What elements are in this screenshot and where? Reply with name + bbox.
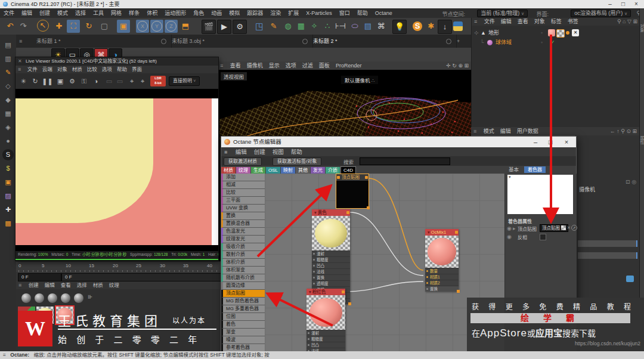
scale-tool-icon[interactable] — [67, 20, 80, 33]
table-icon[interactable] — [361, 20, 374, 33]
lv-sphere-icon[interactable] — [91, 76, 101, 86]
menu-item[interactable]: 角色 — [190, 8, 208, 18]
lv-close-icon[interactable] — [16, 57, 24, 66]
status-menu-icon[interactable] — [0, 351, 9, 359]
orange-box-icon[interactable] — [2, 177, 14, 188]
attr-menu-item[interactable]: 模式 — [481, 127, 497, 135]
lv-menu-item[interactable]: 比较 — [85, 66, 100, 73]
port[interactable]: 凹凸 — [312, 262, 350, 268]
lv-focus-icon[interactable] — [137, 76, 148, 86]
lv-refresh-icon[interactable] — [18, 76, 29, 86]
node-resize-handle[interactable] — [457, 290, 460, 293]
get-active-tag-button[interactable]: 获取激活标签/对象 — [273, 157, 321, 166]
node-output-port[interactable] — [455, 231, 458, 234]
list-item-vertex-map[interactable]: 顶点贴图 — [221, 290, 265, 298]
menu-item[interactable]: 选择 — [72, 8, 89, 18]
menu-item[interactable]: 体积 — [143, 8, 161, 18]
tab-other[interactable]: 其他 — [296, 167, 310, 174]
attr-menu-icon[interactable] — [471, 127, 479, 135]
vp-menu-item[interactable]: 面板 — [316, 61, 333, 70]
material-preset-icon[interactable] — [74, 293, 83, 303]
port[interactable]: 漫射 — [312, 250, 350, 256]
mm-menu-icon[interactable] — [16, 281, 24, 289]
node-space-select[interactable]: 当前 (标准/物理) ∨ — [477, 10, 528, 17]
node-output-port[interactable] — [346, 211, 349, 214]
menu-item[interactable]: 运动图形 — [161, 8, 190, 18]
list-item[interactable]: 散射介质 — [221, 251, 265, 259]
ne-menu-icon[interactable] — [221, 148, 230, 157]
render-icon[interactable] — [217, 20, 231, 34]
last-tool-icon[interactable] — [98, 20, 111, 33]
minimize-button[interactable]: – — [605, 0, 615, 8]
vp-menu-item[interactable]: 显示 — [266, 61, 283, 70]
anim-dot-icon[interactable]: ◉ — [507, 234, 512, 240]
node-output-port[interactable] — [365, 176, 368, 179]
capsule-icon[interactable] — [348, 20, 361, 33]
menu-item[interactable]: 动画 — [208, 8, 225, 18]
tab-c4d[interactable]: C4D — [340, 166, 356, 174]
vp-menu-item[interactable]: 选项 — [283, 61, 299, 70]
vertex-map-tag[interactable] — [556, 29, 565, 38]
live-viewer-window[interactable]: Live Viewer Studio 2020.1 [C4D中文站独家汉化] (… — [15, 57, 219, 261]
list-item[interactable]: 噪波 — [221, 336, 265, 344]
port[interactable]: 凹凸 — [306, 342, 345, 348]
material-preset-icon[interactable] — [61, 293, 70, 303]
ldr-badge[interactable]: LDR8-bit — [150, 76, 166, 86]
ne-minimize-button[interactable]: – — [530, 137, 541, 147]
port[interactable]: 透明度 — [312, 280, 350, 286]
tab-generate[interactable]: 生成 — [251, 167, 265, 174]
pen-tool-icon[interactable] — [267, 20, 280, 33]
vertex-map-link-field[interactable]: 顶点贴图 — [540, 224, 568, 232]
om-menu-item[interactable]: 书签 — [565, 18, 581, 26]
ne-menu-item[interactable]: 帮助 — [287, 147, 306, 156]
menu-item[interactable]: 模拟 — [225, 8, 243, 18]
texture-mode-icon[interactable] — [2, 135, 14, 147]
tab-medium[interactable]: 介质 — [326, 167, 340, 174]
port-material1[interactable]: 材质1 — [425, 274, 459, 280]
menu-item[interactable]: 跟踪器 — [243, 8, 267, 18]
list-item[interactable]: 着色 — [221, 321, 265, 329]
mode-icon[interactable] — [2, 53, 14, 64]
list-item[interactable]: 体积介质 — [221, 259, 265, 267]
invert-checkbox[interactable] — [540, 234, 546, 240]
node-mix-material[interactable]: ▾ OcMix1 数量 材质1 材质2 置换 — [425, 229, 459, 292]
lv-menu-item[interactable]: 材质 — [70, 66, 85, 73]
material-tag-pink[interactable] — [548, 29, 555, 36]
camera-icon[interactable] — [374, 20, 388, 33]
lv-menu-item[interactable]: 界面 — [129, 66, 144, 73]
material-preset-icon[interactable] — [21, 293, 31, 303]
lv-menu-icon[interactable] — [16, 66, 23, 73]
y-axis-lock-icon[interactable]: Y — [150, 20, 163, 33]
shader-preview[interactable]: ▾ — [507, 175, 573, 214]
lv-menu-item[interactable]: 文件 — [25, 66, 40, 73]
x-tag[interactable]: ✕ — [572, 29, 579, 36]
list-item[interactable]: 体积渐变 — [221, 267, 265, 274]
z-axis-lock-icon[interactable]: Z — [165, 20, 178, 33]
mm-menu-item[interactable]: 编辑 — [42, 281, 58, 289]
tab-material[interactable]: 材质 — [221, 167, 236, 174]
menu-item[interactable]: 工具 — [89, 8, 107, 18]
lv-lock-icon[interactable] — [79, 76, 89, 86]
lv-crop-icon[interactable] — [104, 76, 114, 86]
viewport-nav-icons[interactable] — [446, 61, 469, 70]
attr-input-field[interactable] — [578, 240, 637, 247]
menu-item[interactable]: Octane — [371, 8, 396, 18]
material-preset-icon[interactable] — [48, 293, 57, 303]
lv-pause-icon[interactable] — [42, 76, 52, 86]
list-item[interactable]: 比较 — [221, 189, 265, 197]
port[interactable]: 粗糙度 — [312, 256, 350, 262]
s-badge-icon[interactable] — [2, 149, 14, 160]
port-amount[interactable]: 数量 — [425, 268, 459, 274]
list-item[interactable]: MG 颜色着色器 — [221, 298, 265, 305]
list-item[interactable]: MG 多重着色器 — [221, 305, 265, 313]
mm-menu-item[interactable]: 材质 — [90, 281, 106, 289]
close-button[interactable]: × — [631, 0, 642, 8]
node-pink-material[interactable]: ▾ 粉红色 漫射 粗糙度 凹凸 法线 置换 透明度 传输 — [306, 289, 345, 352]
pen-icon[interactable] — [2, 67, 14, 78]
menu-item[interactable]: 文件 — [0, 8, 18, 18]
maximize-button[interactable]: □ — [618, 0, 628, 8]
doc-tab-1[interactable]: 未标题 1 * — [28, 35, 172, 48]
active-tool-icon[interactable] — [117, 20, 130, 33]
port-material2[interactable]: 材质2 — [425, 280, 459, 286]
menu-item[interactable]: 编辑 — [18, 8, 36, 18]
